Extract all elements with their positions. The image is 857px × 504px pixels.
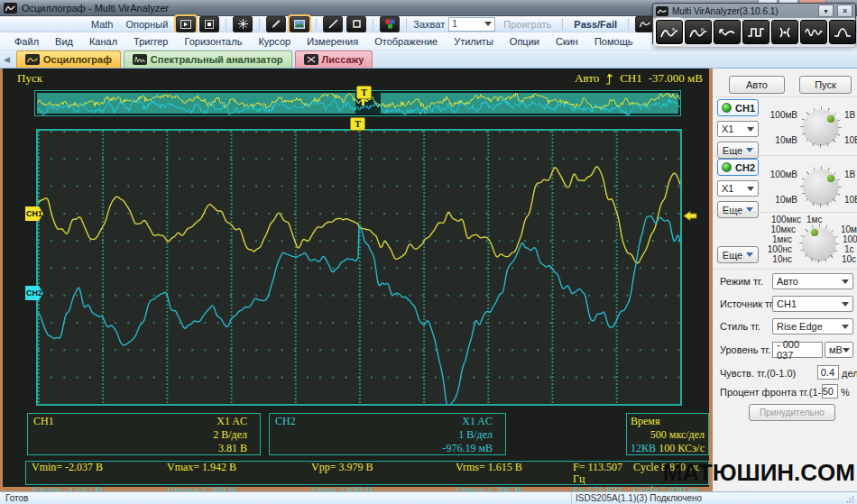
timebase-knob[interactable]	[799, 224, 839, 263]
pen-icon[interactable]	[266, 16, 286, 32]
autoset-icon[interactable]	[233, 16, 253, 32]
run-stop-button[interactable]	[176, 16, 196, 32]
trigger-level-value: -37.000 мВ	[649, 71, 703, 86]
trigger-mode-select[interactable]: Авто	[772, 273, 853, 289]
play-button[interactable]: Проиграть	[499, 18, 556, 31]
menu-view[interactable]: Вид	[48, 34, 80, 49]
trigger-level-marker[interactable]	[683, 209, 698, 223]
chevron-down-icon	[747, 127, 754, 132]
menu-trigger[interactable]: Триггер	[126, 34, 175, 49]
tab-label: Спектральный анализатор	[151, 54, 283, 65]
capture-count-value: 1	[452, 19, 457, 29]
ch1-knob-label-10v: 10В	[844, 135, 857, 145]
divider	[713, 269, 857, 270]
trigger-level-unit-select[interactable]: мВ	[825, 342, 853, 358]
waveform-plot[interactable]	[36, 129, 682, 406]
audio-wave-button[interactable]	[771, 20, 798, 44]
menu-display[interactable]: Отображение	[367, 34, 445, 49]
menu-options[interactable]: Опции	[502, 34, 547, 49]
time-label-10ms: 10мс	[841, 225, 857, 234]
toolbar-separator	[628, 18, 629, 31]
colors-icon[interactable]	[380, 16, 400, 32]
collapse-icon[interactable]: ▾	[818, 5, 834, 17]
floating-title-bar[interactable]: Multi VirAnalyzer(3.10.6.1) ▾ ✕	[653, 4, 855, 18]
ch2-volts-knob[interactable]	[800, 166, 842, 207]
menu-cursor[interactable]: Курсор	[251, 34, 298, 49]
trigger-style-select[interactable]: Rise Edge	[772, 318, 853, 334]
capture-count-select[interactable]: 1	[448, 17, 495, 32]
menu-measure[interactable]: Измерения	[299, 34, 365, 49]
trigger-slope-unit: %	[841, 387, 850, 398]
scope-wave-button[interactable]: s	[656, 20, 683, 44]
svg-text:p: p	[701, 26, 705, 32]
time-scale: 500 мкс/дел	[631, 428, 705, 442]
menu-file[interactable]: Файл	[7, 34, 46, 49]
square-wave-button[interactable]	[742, 20, 769, 44]
time-title: Время	[631, 415, 705, 428]
ch1-name: CH1	[33, 415, 54, 428]
passfail-button[interactable]: Pass/Fail	[569, 18, 622, 31]
damped-wave-button[interactable]	[800, 20, 827, 44]
chevron-down-icon	[842, 302, 849, 307]
trigger-source-label: Источник тг.	[720, 298, 775, 309]
ch1-more-button[interactable]: Еще	[717, 142, 759, 159]
screenshot-icon[interactable]	[290, 16, 309, 32]
spectrum-wave-button[interactable]: p	[685, 20, 712, 44]
menu-skin[interactable]: Скин	[548, 34, 585, 49]
ch1-probe-select[interactable]: X1	[717, 121, 759, 137]
analyzer-icon	[656, 6, 668, 16]
tab-lissajous[interactable]: Лиссажу	[295, 50, 373, 68]
ch1-knob-label-100mv: 100мВ	[761, 110, 797, 120]
capture-label: Захват	[413, 19, 445, 30]
ch1-enable-button[interactable]: CH1	[717, 99, 759, 116]
overview-trigger-flag[interactable]: T	[356, 86, 372, 105]
close-icon[interactable]: ✕	[837, 5, 852, 17]
measurements-box: Vmin= -2.037 В Vmax= 1.942 В Vpp= 3.979 …	[25, 461, 709, 485]
reference-button[interactable]: Опорный	[121, 18, 172, 31]
menu-horizontal[interactable]: Горизонталь	[177, 34, 249, 49]
tab-scroll-left-icon[interactable]: ◀	[4, 52, 14, 66]
tab-spectrum-analyzer[interactable]: Спектральный анализатор	[124, 50, 292, 68]
trigger-edge-icon	[605, 73, 613, 85]
ch1-frequency: F= 113.507 Гц	[573, 462, 633, 485]
ch1-probe-coupling: X1 AC	[217, 415, 247, 428]
divider	[713, 96, 857, 97]
tab-oscilloscope[interactable]: Осциллограф	[16, 50, 121, 68]
ch1-volts-knob[interactable]	[800, 106, 842, 148]
toolbar-separator	[562, 18, 563, 31]
ch1-measurements-row: Vmin= -2.037 В Vmax= 1.942 В Vpp= 3.979 …	[32, 462, 703, 485]
oscilloscope-icon	[25, 54, 40, 65]
auto-button[interactable]: Авто	[729, 76, 785, 94]
timebase-more-button[interactable]: Еще	[717, 246, 759, 263]
ch2-scale: 1 В/дел	[275, 428, 500, 442]
math-button[interactable]: Math	[87, 18, 117, 31]
floating-analyzer-window[interactable]: Multi VirAnalyzer(3.10.6.1) ▾ ✕ s p	[652, 3, 856, 46]
time-label-10us: 10мкс	[756, 225, 796, 234]
ch2-probe-select[interactable]: X1	[717, 180, 759, 197]
ch2-enable-button[interactable]: CH2	[717, 159, 759, 176]
ch2-knob-label-100mv: 100мВ	[761, 170, 797, 179]
menu-channel[interactable]: Канал	[82, 34, 124, 49]
plot-trigger-flag[interactable]: T	[350, 117, 365, 131]
rect-tool-icon[interactable]	[346, 16, 366, 32]
record-wave-button[interactable]	[714, 20, 741, 44]
run-button[interactable]: Пуск	[799, 76, 852, 94]
trigger-source-select[interactable]: CH1	[772, 296, 853, 312]
ch1-offset: 3.81 В	[33, 442, 254, 455]
menu-utilities[interactable]: Утилиты	[447, 34, 501, 49]
line-tool-icon[interactable]	[323, 16, 343, 32]
tab-label: Осциллограф	[43, 54, 112, 65]
knob-indicator	[827, 115, 834, 123]
trigger-slope-input[interactable]: 50	[822, 384, 838, 399]
pulse-wave-button[interactable]	[829, 20, 856, 44]
resize-grip-icon[interactable]	[846, 495, 854, 503]
svg-text:s: s	[672, 26, 675, 32]
stop-icon[interactable]	[199, 16, 219, 32]
trigger-sensitivity-input[interactable]: 0.4	[817, 365, 839, 380]
ch2-more-button[interactable]: Еще	[717, 201, 759, 218]
menu-help[interactable]: Помощь	[587, 34, 640, 49]
trigger-level-input[interactable]: - 000 037	[772, 342, 823, 358]
force-trigger-button[interactable]: Принудительно	[749, 404, 835, 421]
toolbar-separator	[406, 18, 407, 31]
ch2-knob-label-1v: 1В	[844, 170, 855, 179]
